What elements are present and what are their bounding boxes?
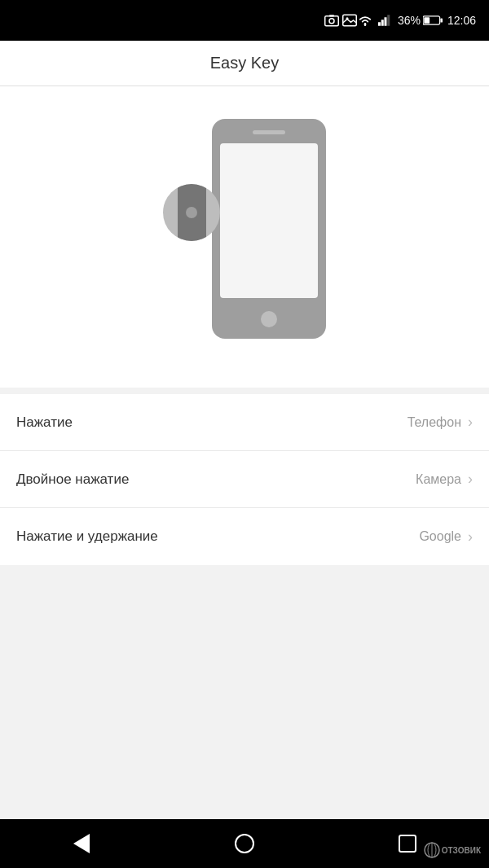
status-time: 12:06 bbox=[447, 14, 476, 27]
recent-icon bbox=[399, 835, 416, 853]
long-press-right: Google › bbox=[419, 528, 473, 546]
back-icon bbox=[73, 834, 90, 853]
double-press-right: Камера › bbox=[416, 471, 473, 488]
phone-speaker bbox=[253, 130, 285, 134]
svg-rect-6 bbox=[381, 20, 384, 26]
phone-body bbox=[212, 119, 326, 339]
nav-bar: ОТЗОВИК bbox=[0, 819, 489, 868]
long-press-label: Нажатие и удержание bbox=[16, 528, 158, 545]
phone-illustration bbox=[163, 119, 326, 347]
svg-rect-5 bbox=[378, 22, 381, 26]
single-press-value: Телефон bbox=[408, 415, 461, 430]
long-press-value: Google bbox=[419, 529, 461, 544]
settings-list: Нажатие Телефон › Двойное нажатие Камера… bbox=[0, 394, 489, 565]
svg-point-1 bbox=[329, 19, 334, 24]
svg-rect-7 bbox=[384, 17, 386, 26]
empty-space bbox=[0, 565, 489, 819]
signal-icon bbox=[378, 14, 393, 27]
double-press-value: Камера bbox=[416, 472, 461, 487]
app-bar: Easy Key bbox=[0, 41, 489, 86]
double-press-item[interactable]: Двойное нажатие Камера › bbox=[0, 451, 489, 508]
side-button-circle bbox=[163, 184, 220, 241]
single-press-item[interactable]: Нажатие Телефон › bbox=[0, 394, 489, 451]
home-button[interactable] bbox=[220, 827, 269, 860]
svg-rect-2 bbox=[329, 15, 334, 16]
section-divider bbox=[0, 388, 489, 394]
svg-rect-10 bbox=[440, 18, 443, 22]
main-content: Нажатие Телефон › Двойное нажатие Камера… bbox=[0, 86, 489, 819]
status-bar-icons: 36% 12:06 bbox=[357, 14, 476, 27]
app-bar-title: Easy Key bbox=[210, 54, 279, 72]
image-icon bbox=[342, 14, 357, 27]
phone-screen bbox=[220, 143, 318, 298]
double-press-chevron: › bbox=[468, 471, 473, 488]
watermark-text: ОТЗОВИК bbox=[442, 846, 481, 855]
wifi-icon bbox=[357, 14, 373, 27]
photo-icon bbox=[324, 14, 339, 27]
home-icon bbox=[235, 834, 254, 853]
illustration-area bbox=[0, 86, 489, 388]
watermark: ОТЗОВИК bbox=[424, 842, 481, 858]
status-bar: 36% 12:06 bbox=[0, 0, 489, 41]
long-press-item[interactable]: Нажатие и удержание Google › bbox=[0, 508, 489, 565]
single-press-chevron: › bbox=[468, 414, 473, 431]
svg-rect-0 bbox=[325, 16, 339, 26]
battery-container: 36% bbox=[398, 14, 443, 27]
battery-icon bbox=[423, 15, 443, 26]
back-button[interactable] bbox=[57, 827, 106, 860]
long-press-chevron: › bbox=[468, 528, 473, 546]
single-press-label: Нажатие bbox=[16, 414, 73, 431]
single-press-right: Телефон › bbox=[408, 414, 473, 431]
notification-icons bbox=[324, 14, 357, 27]
svg-rect-8 bbox=[387, 15, 390, 26]
svg-rect-11 bbox=[424, 17, 430, 24]
phone-home-button bbox=[261, 311, 277, 327]
battery-percent: 36% bbox=[398, 14, 421, 27]
double-press-label: Двойное нажатие bbox=[16, 471, 129, 488]
side-button-dot bbox=[186, 207, 197, 218]
watermark-icon bbox=[424, 842, 440, 858]
